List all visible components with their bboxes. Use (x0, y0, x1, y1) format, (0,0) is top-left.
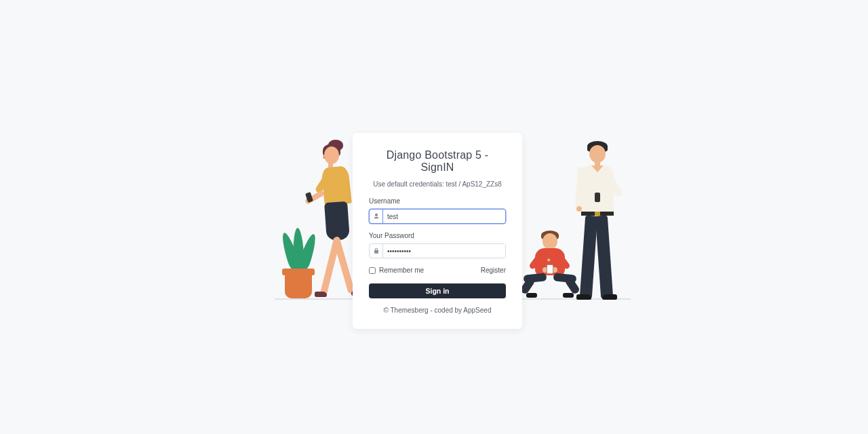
password-label: Your Password (369, 232, 506, 239)
remember-me[interactable]: Remember me (369, 267, 424, 274)
illustration-man-standing (571, 141, 625, 300)
signin-card: Django Bootstrap 5 - SignIN Use default … (353, 133, 522, 329)
password-input[interactable] (383, 244, 505, 258)
remember-me-checkbox[interactable] (369, 267, 376, 274)
card-footer: © Themesberg - coded by AppSeed (369, 307, 506, 314)
card-title: Django Bootstrap 5 - SignIN (369, 149, 506, 174)
illustration-plant (278, 228, 319, 300)
themesberg-link[interactable]: Themesberg (390, 307, 428, 314)
card-subtitle: Use default credentials: test / ApS12_ZZ… (369, 180, 506, 188)
username-label: Username (369, 197, 506, 205)
password-input-group[interactable] (369, 243, 506, 258)
remember-me-label: Remember me (379, 267, 424, 274)
lock-icon (370, 244, 383, 258)
username-input-group[interactable] (369, 209, 506, 224)
appseed-link[interactable]: AppSeed (463, 307, 491, 314)
username-input[interactable] (383, 210, 505, 223)
illustration-person-sitting: ✦ (524, 232, 578, 300)
sign-in-button[interactable]: Sign in (369, 283, 506, 298)
register-link[interactable]: Register (481, 267, 506, 274)
user-icon (370, 210, 383, 223)
